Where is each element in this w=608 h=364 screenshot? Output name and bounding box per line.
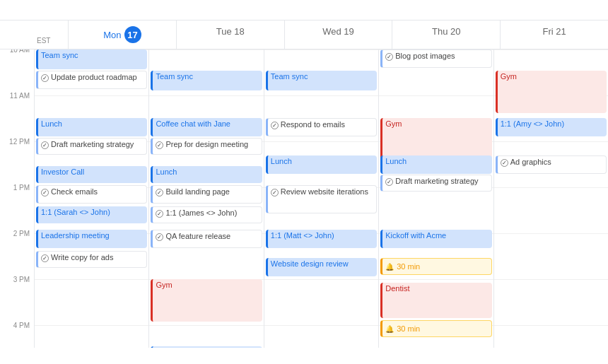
event-lunch[interactable]: Lunch	[151, 166, 262, 183]
event-draft-marketing-strategy[interactable]: ✓Draft marketing strategy	[36, 138, 147, 155]
day-name: Thu	[432, 26, 448, 37]
event-title: Lunch	[41, 119, 62, 128]
prev-button[interactable]	[11, 8, 20, 11]
event-investor-call[interactable]: Investor Call	[36, 166, 147, 183]
day-header-thu: Thu 20	[392, 20, 500, 49]
event-title: Gym	[501, 72, 517, 81]
event-update-product-roadmap[interactable]: ✓Update product roadmap	[36, 71, 147, 89]
event-write-copy-for-ads[interactable]: ✓Write copy for ads	[36, 251, 147, 268]
reminder-icon: 🔔	[385, 325, 394, 333]
event-ad-graphics[interactable]: ✓Ad graphics	[496, 155, 607, 174]
event-title: Ad graphics	[510, 158, 551, 166]
day-header-fri: Fri 21	[500, 20, 608, 49]
hour-line	[35, 279, 148, 280]
event-gym[interactable]: Gym	[380, 118, 491, 160]
event-kickoff-with-acme[interactable]: Kickoff with Acme	[380, 230, 491, 248]
event-title: Draft marketing strategy	[395, 177, 478, 185]
hour-line	[35, 325, 148, 326]
event-blog-post-images[interactable]: ✓Blog post images	[380, 49, 491, 68]
event-title: Kickoff with Acme	[385, 231, 446, 240]
event-website-design-review[interactable]: Website design review	[266, 258, 377, 276]
event-dentist[interactable]: Dentist	[380, 283, 491, 318]
time-label: 10 AM	[10, 49, 30, 54]
event-title: Review website iterations	[281, 187, 368, 196]
event-title: Lunch	[385, 157, 407, 165]
check-circle-icon: ✓	[156, 189, 163, 196]
event-title: Dentist	[385, 284, 409, 293]
hour-line	[264, 141, 378, 142]
event-prep-for-design-meeting[interactable]: ✓Prep for design meeting	[151, 138, 262, 155]
day-col-thu: ✓Blog post imagesGymLunch✓Draft marketin…	[378, 49, 493, 348]
day-headers-row: ESTMon17Tue 18Wed 19Thu 20Fri 21	[0, 20, 608, 49]
event-title: 1:1 (James <> John)	[165, 209, 237, 217]
event-title: Coffee chat with Jane	[156, 119, 230, 128]
event-lunch[interactable]: Lunch	[266, 155, 377, 174]
event-leadership-meeting[interactable]: Leadership meeting	[36, 230, 147, 248]
event-title: Gym	[156, 281, 172, 289]
event-1:1-(sarah--john)[interactable]: 1:1 (Sarah <> John)	[36, 206, 147, 223]
event-title: Lunch	[156, 168, 177, 176]
event-coffee-chat-with-jane[interactable]: Coffee chat with Jane	[151, 118, 262, 136]
hour-line	[494, 325, 608, 326]
event-title: Team sync	[271, 72, 308, 81]
event-title: 30 min	[397, 324, 420, 333]
hour-line	[264, 325, 378, 326]
check-circle-icon: ✓	[41, 189, 49, 196]
check-circle-icon: ✓	[385, 53, 393, 61]
event-respond-to-emails[interactable]: ✓Respond to emails	[266, 118, 377, 136]
day-col-wed: Team sync✓Respond to emailsLunch✓Review …	[264, 49, 378, 348]
event-title: Team sync	[41, 51, 78, 59]
day-col-tue: Team syncCoffee chat with Jane✓Prep for …	[148, 49, 263, 348]
hour-line	[264, 95, 378, 96]
time-label: 11 AM	[10, 92, 30, 100]
next-button[interactable]	[20, 8, 28, 11]
check-circle-icon: ✓	[156, 210, 163, 218]
event-team-sync[interactable]: Team sync	[151, 71, 262, 90]
event-title: Update product roadmap	[51, 73, 137, 81]
hour-line	[149, 49, 263, 50]
event-title: 1:1 (Matt <> John)	[271, 231, 334, 240]
est-label: EST	[34, 20, 68, 49]
days-grid: Team sync✓Update product roadmapLunch✓Dr…	[34, 49, 608, 348]
time-label: 12 PM	[9, 138, 30, 146]
time-label: 3 PM	[13, 276, 30, 283]
event-title: Website design review	[271, 259, 349, 268]
day-number-today: 17	[124, 26, 141, 43]
event-gym[interactable]: Gym	[151, 279, 262, 322]
event-title: Team sync	[156, 72, 193, 81]
day-header-tue: Tue 18	[176, 20, 284, 49]
event-build-landing-page[interactable]: ✓Build landing page	[151, 185, 262, 204]
event-lunch[interactable]: Lunch	[36, 118, 147, 136]
hour-line	[379, 279, 493, 280]
check-circle-icon: ✓	[156, 233, 163, 241]
event-gym[interactable]: Gym	[496, 71, 607, 113]
time-label: 4 PM	[13, 322, 30, 329]
event-title: Blog post images	[395, 52, 455, 60]
event-lunch[interactable]: Lunch	[380, 155, 491, 174]
check-circle-icon: ✓	[385, 178, 393, 186]
event-draft-marketing-strategy[interactable]: ✓Draft marketing strategy	[380, 175, 491, 192]
event-title: 1:1 (Amy <> John)	[501, 119, 565, 128]
hour-line	[149, 95, 263, 96]
day-name: Mon	[103, 30, 121, 40]
event-qa-feature-release[interactable]: ✓QA feature release	[151, 230, 262, 248]
event-title: Gym	[385, 119, 402, 128]
day-col-mon: Team sync✓Update product roadmapLunch✓Dr…	[34, 49, 148, 348]
event-1:1-(james--john)[interactable]: ✓1:1 (James <> John)	[151, 206, 262, 223]
event-1:1-(matt--john)[interactable]: 1:1 (Matt <> John)	[266, 230, 377, 248]
event-team-sync[interactable]: Team sync	[266, 71, 377, 90]
event-1:1-(amy--john)[interactable]: 1:1 (Amy <> John)	[496, 118, 607, 136]
event-30-min[interactable]: 🔔30 min	[380, 320, 491, 337]
event-check-emails[interactable]: ✓Check emails	[36, 185, 147, 204]
event-title: Check emails	[51, 187, 98, 196]
event-ui-project-sync[interactable]: UI project sync	[151, 346, 262, 348]
check-circle-icon: ✓	[41, 141, 49, 149]
hour-line	[35, 95, 148, 96]
event-review-website-iterations[interactable]: ✓Review website iterations	[266, 185, 377, 213]
day-col-fri: Gym1:1 (Amy <> John)✓Ad graphics	[493, 49, 608, 348]
event-title: QA feature release	[165, 232, 230, 240]
event-team-sync[interactable]: Team sync	[36, 49, 147, 69]
event-30-min[interactable]: 🔔30 min	[380, 258, 491, 275]
check-circle-icon: ✓	[41, 254, 49, 262]
event-title: 30 min	[397, 262, 420, 271]
